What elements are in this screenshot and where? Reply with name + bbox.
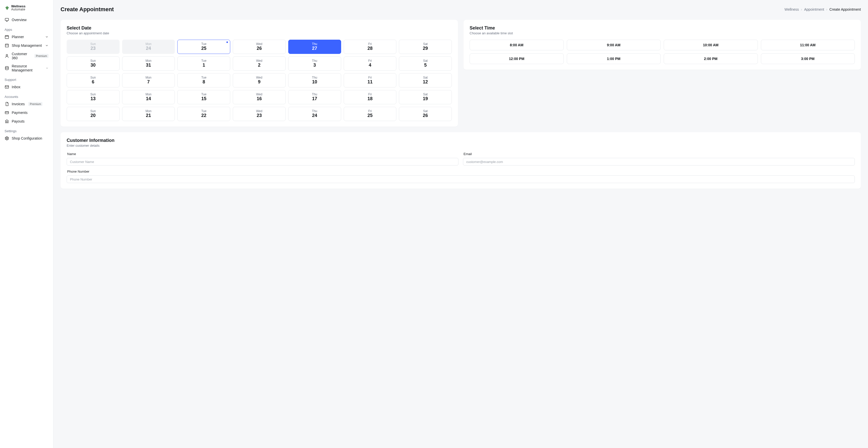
date-cell[interactable]: Thu17	[288, 90, 341, 104]
date-cell[interactable]: Sun30	[67, 57, 120, 71]
date-cell[interactable]: Mon14	[122, 90, 175, 104]
sidebar-item-payouts[interactable]: Payouts	[0, 117, 53, 126]
date-cell[interactable]: Thu27	[288, 40, 341, 54]
date-number: 25	[367, 113, 372, 119]
date-cell[interactable]: Wed2	[233, 57, 286, 71]
date-cell[interactable]: Tue8	[177, 73, 230, 88]
sidebar-item-label: Inbox	[12, 85, 20, 89]
date-cell[interactable]: Fri28	[344, 40, 397, 54]
sidebar-item-shop-management[interactable]: Shop Management	[0, 41, 53, 50]
date-cell[interactable]: Tue25	[177, 40, 230, 54]
sidebar-item-shop-configuration[interactable]: Shop Configuration	[0, 134, 53, 142]
date-dow: Sat	[423, 59, 428, 63]
date-dow: Fri	[368, 109, 372, 113]
date-cell[interactable]: Thu10	[288, 73, 341, 88]
date-number: 15	[201, 96, 206, 102]
time-slot[interactable]: 8:00 AM	[470, 40, 564, 50]
date-cell[interactable]: Thu3	[288, 57, 341, 71]
sidebar-item-label: Customer 360	[12, 52, 31, 60]
sidebar-item-overview[interactable]: Overview	[0, 15, 53, 24]
sidebar-item-payments[interactable]: Payments	[0, 108, 53, 117]
date-cell[interactable]: Sat26	[399, 107, 452, 121]
date-cell[interactable]: Tue1	[177, 57, 230, 71]
date-dow: Fri	[368, 76, 372, 79]
sidebar-item-invoices[interactable]: Invoices Premium	[0, 100, 53, 108]
time-slot[interactable]: 2:00 PM	[664, 54, 758, 64]
time-slot[interactable]: 3:00 PM	[761, 54, 855, 64]
chevron-right-icon: ›	[801, 7, 802, 11]
date-cell[interactable]: Mon7	[122, 73, 175, 88]
date-cell: Sun23	[67, 40, 120, 54]
name-label: Name	[67, 152, 458, 156]
date-cell[interactable]: Sun20	[67, 107, 120, 121]
sidebar-item-resource-management[interactable]: Resource Management	[0, 62, 53, 74]
date-dow: Wed	[256, 59, 262, 63]
logo: Wellness Automate	[0, 5, 53, 15]
svg-rect-0	[5, 18, 9, 21]
date-cell[interactable]: Mon21	[122, 107, 175, 121]
person-icon	[5, 54, 9, 58]
phone-label: Phone Number	[67, 169, 855, 173]
premium-badge: Premium	[28, 102, 42, 106]
breadcrumb-item[interactable]: Wellness	[784, 7, 799, 11]
breadcrumb-item[interactable]: Appointment	[804, 7, 824, 11]
date-cell[interactable]: Wed26	[233, 40, 286, 54]
sidebar-section-support: Support	[0, 74, 53, 83]
date-cell[interactable]: Sat12	[399, 73, 452, 88]
date-dow: Mon	[146, 93, 151, 96]
time-slot[interactable]: 1:00 PM	[567, 54, 661, 64]
logo-icon	[5, 5, 10, 10]
date-dow: Tue	[201, 109, 206, 113]
date-cell[interactable]: Tue15	[177, 90, 230, 104]
date-dow: Thu	[312, 76, 317, 79]
date-cell[interactable]: Wed9	[233, 73, 286, 88]
date-cell[interactable]: Wed16	[233, 90, 286, 104]
date-cell[interactable]: Sun13	[67, 90, 120, 104]
date-dow: Sat	[423, 76, 428, 79]
name-input[interactable]	[67, 158, 458, 165]
date-cell[interactable]: Fri18	[344, 90, 397, 104]
date-number: 21	[146, 113, 151, 119]
phone-field: Phone Number	[67, 169, 855, 183]
email-input[interactable]	[463, 158, 855, 165]
date-cell[interactable]: Sat5	[399, 57, 452, 71]
date-number: 23	[257, 113, 262, 119]
chevron-right-icon: ›	[826, 7, 828, 11]
sidebar-item-planner[interactable]: Planner	[0, 33, 53, 41]
time-slot[interactable]: 11:00 AM	[761, 40, 855, 50]
sidebar-item-label: Invoices	[12, 102, 25, 106]
select-date-card: Select Date Choose an appointment date S…	[61, 20, 458, 127]
date-cell[interactable]: Thu24	[288, 107, 341, 121]
date-dow: Wed	[256, 76, 262, 79]
date-cell[interactable]: Sat29	[399, 40, 452, 54]
mail-icon	[5, 85, 9, 89]
date-cell[interactable]: Sun6	[67, 73, 120, 88]
sidebar-item-label: Shop Management	[12, 43, 42, 47]
monitor-icon	[5, 18, 9, 22]
date-cell[interactable]: Wed23	[233, 107, 286, 121]
date-cell[interactable]: Fri25	[344, 107, 397, 121]
sidebar-section-settings: Settings	[0, 126, 53, 134]
time-slot[interactable]: 12:00 PM	[470, 54, 564, 64]
date-number: 3	[313, 63, 316, 68]
time-grid: 8:00 AM9:00 AM10:00 AM11:00 AM12:00 PM1:…	[470, 40, 855, 64]
store-icon	[5, 43, 9, 48]
svg-point-2	[6, 55, 8, 56]
phone-input[interactable]	[67, 175, 855, 183]
svg-rect-1	[5, 36, 9, 39]
time-slot[interactable]: 9:00 AM	[567, 40, 661, 50]
date-number: 31	[146, 63, 151, 68]
date-cell[interactable]: Sat19	[399, 90, 452, 104]
chevron-down-icon	[45, 44, 49, 47]
date-cell[interactable]: Fri4	[344, 57, 397, 71]
time-slot[interactable]: 10:00 AM	[664, 40, 758, 50]
date-dow: Thu	[312, 42, 317, 46]
date-cell[interactable]: Tue22	[177, 107, 230, 121]
sidebar-item-customer360[interactable]: Customer 360 Premium	[0, 50, 53, 62]
sidebar-item-inbox[interactable]: Inbox	[0, 83, 53, 91]
date-number: 30	[91, 63, 96, 68]
date-cell[interactable]: Fri11	[344, 73, 397, 88]
date-number: 6	[92, 79, 94, 85]
date-cell[interactable]: Mon31	[122, 57, 175, 71]
date-grid: Sun23Mon24Tue25Wed26Thu27Fri28Sat29Sun30…	[67, 40, 452, 121]
